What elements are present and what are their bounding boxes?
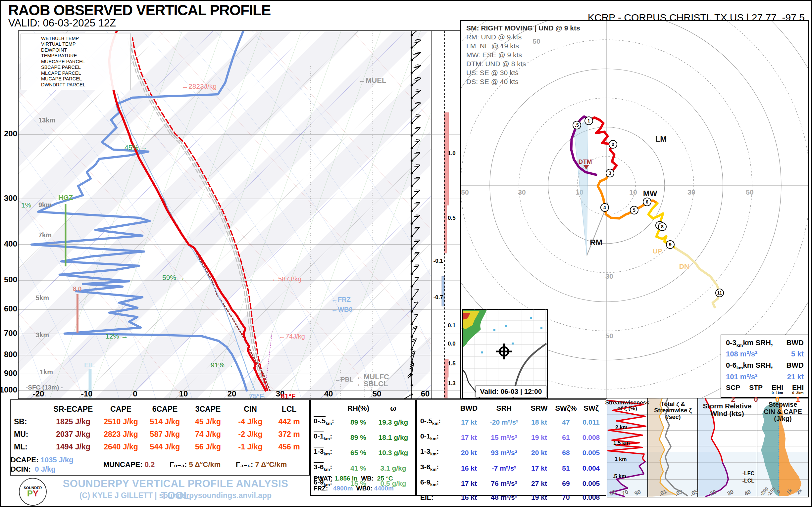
svg-text:45% →: 45% → bbox=[124, 144, 147, 151]
legend-item: DEWPOINT bbox=[23, 47, 128, 53]
value-cell: 68 bbox=[553, 446, 578, 459]
svg-text:←587J/kg: ←587J/kg bbox=[271, 275, 301, 283]
value-cell: 372 m bbox=[271, 428, 307, 441]
row-label: 0-1km: bbox=[314, 430, 344, 445]
lapse-3-6: Γ₃₋₆: 7 Δ°C/km bbox=[236, 460, 287, 469]
value-cell: 1494 J/kg bbox=[48, 441, 98, 453]
rh-value: 89 % bbox=[344, 416, 372, 429]
rh-value: 89 % bbox=[344, 431, 372, 444]
value-cell: 15 m²/s² bbox=[483, 431, 525, 444]
mini-panel-title-2: Storm RelativeWind (kts) bbox=[698, 402, 757, 417]
value-cell: 456 m bbox=[271, 441, 307, 453]
value-cell: -2 J/kg bbox=[230, 428, 271, 441]
column-header: SRW bbox=[525, 402, 553, 415]
legend-label: TEMPERATURE bbox=[41, 53, 77, 58]
svg-text:9: 9 bbox=[669, 242, 672, 247]
dcape-label: DCAPE: 1035 J/kg bbox=[11, 456, 73, 464]
value-cell: 0.005 bbox=[578, 477, 604, 490]
legend-item: VIRTUAL TEMP bbox=[23, 41, 128, 47]
wind-barb bbox=[411, 240, 419, 250]
svg-text:US: SE @ 30 kts: US: SE @ 30 kts bbox=[466, 69, 519, 76]
svg-text:50: 50 bbox=[746, 188, 753, 196]
svg-text:-SFC (13m) -: -SFC (13m) - bbox=[26, 384, 63, 391]
value-cell: 544 J/kg bbox=[144, 441, 186, 453]
svg-text:LM: NE @ 19 kts: LM: NE @ 19 kts bbox=[466, 42, 519, 50]
value-cell: 18 kt bbox=[525, 416, 553, 429]
column-header: SWζ% bbox=[553, 402, 578, 415]
svg-text:5km: 5km bbox=[36, 294, 49, 301]
wind-barb bbox=[411, 39, 421, 49]
value-cell: 16 kt bbox=[455, 462, 483, 474]
wind-barb bbox=[411, 52, 421, 61]
svg-text:400: 400 bbox=[4, 239, 17, 248]
wind-barb bbox=[411, 127, 420, 137]
row-label: EIL: bbox=[420, 491, 455, 504]
value-cell: 514 J/kg bbox=[144, 415, 186, 428]
legend-item: MUCAPE PARCEL bbox=[23, 76, 128, 82]
value-cell: 2823 J/kg bbox=[98, 428, 144, 441]
frz-row: FRZ: 4900m WB0: 4400m bbox=[314, 484, 414, 494]
svg-text:1.3: 1.3 bbox=[448, 380, 456, 387]
srh-0-6-header: 0-6kmkm SRH, BWD bbox=[726, 361, 804, 370]
svg-text:0.5: 0.5 bbox=[448, 215, 456, 221]
footer-credit: (C) KYLE J GILLETT | sounderpysoundings.… bbox=[53, 491, 298, 500]
svg-text:1.5 km: 1.5 km bbox=[613, 440, 630, 446]
svg-text:←MUEL: ←MUEL bbox=[358, 76, 386, 84]
column-header: ω bbox=[372, 402, 414, 415]
mixing-ratio-value: 10.3 g/kg bbox=[372, 446, 414, 459]
svg-text:LM: LM bbox=[655, 134, 667, 143]
wind-barb bbox=[411, 252, 419, 263]
legend-item: DWNDRFT PARCEL bbox=[23, 82, 128, 88]
svg-text:EIL: EIL bbox=[84, 361, 95, 369]
wind-barb bbox=[410, 351, 415, 363]
svg-text:0: 0 bbox=[133, 389, 137, 398]
composite-indices-row: SCP 2STP 0EHI 0–1km 0EHI 0–3km 1 bbox=[726, 384, 804, 404]
skewt-legend: WETBULB TEMP VIRTUAL TEMP DEWPOINT TEMPE… bbox=[20, 33, 131, 90]
wind-barb bbox=[411, 203, 420, 213]
svg-text:SM: RIGHT MOVING | UND @ 9 kts: SM: RIGHT MOVING | UND @ 9 kts bbox=[466, 24, 580, 32]
column-header: 3CAPE bbox=[186, 403, 230, 415]
row-label: 0-1km: bbox=[420, 430, 455, 445]
svg-text:40: 40 bbox=[324, 389, 333, 398]
svg-text:200: 200 bbox=[4, 129, 17, 138]
rh-value: 65 % bbox=[344, 446, 372, 459]
sounderpy-logo: SOUNDER PY bbox=[19, 478, 47, 506]
wind-barb bbox=[411, 177, 420, 187]
row-label: ML: bbox=[14, 441, 48, 453]
row-label: 1-3km: bbox=[314, 445, 344, 460]
value-cell: 1825 J/kg bbox=[48, 415, 98, 428]
legend-label: DEWPOINT bbox=[41, 47, 67, 53]
svg-text:20: 20 bbox=[227, 389, 237, 398]
pwat-row: PWAT: 1.856 in WB: 25 °C bbox=[314, 473, 414, 484]
row-label: MU: bbox=[14, 428, 48, 441]
svg-text:←FRZ: ←FRZ bbox=[331, 296, 351, 303]
column-header: SRH bbox=[483, 402, 525, 415]
svg-text:.5 km: .5 km bbox=[613, 473, 626, 479]
wind-barb bbox=[411, 65, 421, 74]
value-cell: 17 kt bbox=[455, 477, 483, 490]
legend-item: WETBULB TEMP bbox=[23, 36, 128, 41]
value-cell: -20 m²/s² bbox=[483, 416, 525, 429]
svg-text:81°F: 81°F bbox=[281, 392, 296, 400]
value-cell: 16 kt bbox=[455, 491, 483, 504]
legend-item: TEMPERATURE bbox=[23, 53, 128, 59]
value-cell: 17 kt bbox=[525, 462, 553, 474]
row-label: 6-9km: bbox=[420, 476, 455, 491]
radar-map-inset: Valid: 06-03 | 12:00 bbox=[463, 309, 547, 398]
svg-text:900: 900 bbox=[4, 369, 17, 378]
svg-text:30: 30 bbox=[688, 188, 695, 196]
svg-text:50: 50 bbox=[605, 332, 613, 340]
svg-text:1 km: 1 km bbox=[615, 456, 626, 462]
value-cell: 587 J/kg bbox=[144, 428, 186, 441]
composite-index: EHI 0–3km 1 bbox=[792, 384, 804, 404]
svg-text:30: 30 bbox=[518, 188, 525, 196]
svg-text:-0.7: -0.7 bbox=[434, 294, 443, 300]
svg-text:700: 700 bbox=[4, 329, 17, 338]
svg-text:11: 11 bbox=[717, 290, 722, 295]
svg-text:1.5: 1.5 bbox=[448, 360, 456, 367]
kinematics-table: BWDSRHSRWSWζ%SWζ0-.5km:17 kt-20 m²/s²18 … bbox=[416, 399, 606, 496]
svg-text:RM: UND @ 9 kts: RM: UND @ 9 kts bbox=[466, 33, 521, 41]
value-cell: 47 bbox=[553, 416, 578, 429]
wind-barb bbox=[411, 115, 420, 124]
mini-panel-title-3: StepwiseCIN & CAPE(J/kg) bbox=[753, 401, 812, 422]
